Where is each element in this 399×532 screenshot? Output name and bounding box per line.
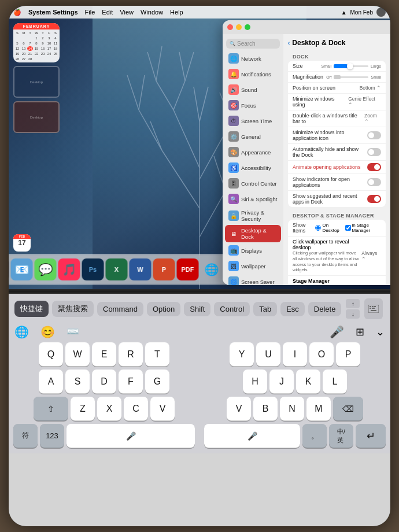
sidebar-item-controlcenter[interactable]: 🎛 Control Center <box>225 176 281 191</box>
expand-icon[interactable]: ⊞ <box>356 326 364 338</box>
click-wallpaper-row[interactable]: Click wallpaper to reveal desktop Clicki… <box>288 236 386 275</box>
back-button[interactable]: ‹ <box>288 40 290 46</box>
sidebar-item-displays[interactable]: 📺 Displays <box>225 243 281 258</box>
sidebar-item-notifications[interactable]: 🔔 Notifications <box>225 66 281 82</box>
chevron-down-icon[interactable]: ⌄ <box>376 326 385 338</box>
sidebar-item-siri[interactable]: 🔍 Siri & Spotlight <box>225 191 281 206</box>
autohide-toggle[interactable] <box>367 148 381 156</box>
key-space-left[interactable]: 🎤 <box>66 424 195 448</box>
key-return[interactable]: ↵ <box>356 424 386 448</box>
key-w[interactable]: W <box>65 342 90 367</box>
sidebar-item-privacy[interactable]: 🔒 Privacy & Security <box>225 207 281 224</box>
key-v[interactable]: V <box>150 397 175 421</box>
key-i[interactable]: I <box>283 342 307 367</box>
key-y[interactable]: Y <box>230 342 254 367</box>
dock-icon-ppt[interactable]: P <box>153 258 175 280</box>
sidebar-item-focus[interactable]: 🎯 Focus <box>225 98 281 113</box>
sidebar-item-screensaver[interactable]: 🌀 Screen Saver <box>225 274 281 285</box>
key-c[interactable]: C <box>124 397 148 421</box>
dock-icon-pdf[interactable]: PDF <box>177 258 199 280</box>
key-x[interactable]: X <box>97 397 121 421</box>
dock-icon-word[interactable]: W <box>130 258 152 280</box>
sidebar-item-accessibility[interactable]: ♿ Accessibility <box>225 160 281 175</box>
key-j[interactable]: J <box>269 370 294 394</box>
key-z[interactable]: Z <box>71 397 95 421</box>
dock-icon-excel[interactable]: X <box>106 258 128 280</box>
dock-icon-chrome[interactable]: 🌐 <box>201 258 223 280</box>
shortcut-chip-jujiao[interactable]: 聚焦搜索 <box>52 301 94 317</box>
key-b[interactable]: B <box>253 397 278 421</box>
key-m[interactable]: M <box>306 397 331 421</box>
key-s[interactable]: S <box>65 370 90 394</box>
position-row[interactable]: Position on screen Bottom ⌃ <box>288 82 386 93</box>
mic-icon-top[interactable]: 🎤 <box>330 325 344 339</box>
key-u[interactable]: U <box>256 342 280 367</box>
on-desktop-radio[interactable] <box>315 225 321 231</box>
key-fu[interactable]: 符 <box>13 424 38 448</box>
dock-icon-launchpad[interactable]: 🔲 <box>9 258 9 280</box>
dock-icon-messages[interactable]: 💬 <box>35 258 57 280</box>
calendar-widget[interactable]: FEBRUARY SMTWTFS 1234 567891011 12131415… <box>13 23 60 62</box>
minimize-row[interactable]: Minimize windows using Genie Effect ⌃ <box>288 93 386 110</box>
app-name[interactable]: System Settings <box>28 9 78 16</box>
key-space-right[interactable]: 🎤 <box>204 424 300 448</box>
sidebar-item-screentime[interactable]: ⏱ Screen Time <box>225 113 281 128</box>
key-n[interactable]: N <box>280 397 304 421</box>
shortcut-chip-delete[interactable]: Delete <box>308 302 342 316</box>
animate-toggle[interactable] <box>367 163 381 171</box>
sidebar-item-wallpaper[interactable]: 🖼 Wallpaper <box>225 258 281 274</box>
key-g[interactable]: G <box>145 370 169 394</box>
close-button[interactable] <box>227 24 233 30</box>
menu-help[interactable]: Help <box>170 9 183 16</box>
key-e[interactable]: E <box>92 342 116 367</box>
sidebar-item-sound[interactable]: 🔊 Sound <box>225 82 281 97</box>
sidebar-item-network[interactable]: 🌐 Network <box>225 51 281 66</box>
key-zh-en[interactable]: 中/英 <box>329 424 353 448</box>
apple-logo[interactable]: 🍎 <box>13 9 21 16</box>
dock-icon-mail[interactable]: 📧 <box>11 258 33 280</box>
sidebar-item-desktop-dock[interactable]: 🖥 Desktop & Dock <box>225 225 281 242</box>
key-v-right[interactable]: V <box>227 397 251 421</box>
menu-file[interactable]: File <box>85 9 95 16</box>
globe-icon[interactable]: 🌐 <box>14 325 29 339</box>
doubleclick-row[interactable]: Double-click a window's title bar to Zoo… <box>288 110 386 127</box>
menu-user-avatar[interactable] <box>376 8 386 17</box>
dock-icon-ps[interactable]: Ps <box>82 258 104 280</box>
key-delete[interactable]: ⌫ <box>333 397 363 421</box>
key-r[interactable]: R <box>119 342 143 367</box>
arrow-up-key[interactable]: ↑ <box>346 299 360 308</box>
desktop-thumbnail-2[interactable]: Desktop <box>13 101 60 133</box>
key-t[interactable]: T <box>145 342 169 367</box>
dock-icon-music[interactable]: 🎵 <box>58 258 80 280</box>
indicators-toggle[interactable] <box>367 178 381 186</box>
settings-search[interactable]: 🔍 Search <box>226 39 280 49</box>
recent-toggle[interactable] <box>367 195 381 203</box>
minimize-app-toggle[interactable] <box>367 131 381 139</box>
maximize-button[interactable] <box>245 24 250 30</box>
emoji-icon[interactable]: 😊 <box>40 325 55 339</box>
size-slider[interactable] <box>334 65 368 67</box>
key-o[interactable]: O <box>309 342 334 367</box>
key-q[interactable]: Q <box>39 342 63 367</box>
shortcut-chip-option[interactable]: Option <box>147 302 180 316</box>
shortcut-chip-command[interactable]: Command <box>97 302 143 316</box>
shortcut-chip-kuaijiejian[interactable]: 快捷键 <box>14 301 49 317</box>
in-stage-manager-check[interactable] <box>345 225 351 231</box>
key-l[interactable]: L <box>323 370 347 394</box>
shortcut-chip-control[interactable]: Control <box>214 302 250 316</box>
key-123[interactable]: 123 <box>40 424 64 448</box>
desktop-thumbnail-1[interactable]: Desktop <box>13 66 60 98</box>
key-f[interactable]: F <box>119 370 143 394</box>
menu-view[interactable]: View <box>120 9 134 16</box>
key-p[interactable]: P <box>336 342 360 367</box>
shortcut-chip-shift[interactable]: Shift <box>184 302 210 316</box>
menu-edit[interactable]: Edit <box>102 9 113 16</box>
key-d[interactable]: D <box>92 370 116 394</box>
key-a[interactable]: A <box>39 370 63 394</box>
arrow-down-key[interactable]: ↓ <box>346 309 360 319</box>
calendar-bottom-icon[interactable]: FEB 17 <box>13 234 31 252</box>
shortcut-chip-esc[interactable]: Esc <box>280 302 305 316</box>
keyboard-icon[interactable]: ⌨️ <box>66 325 79 339</box>
sidebar-item-appearance[interactable]: 🎨 Appearance <box>225 145 281 160</box>
key-shift-left[interactable]: ⇧ <box>34 397 68 421</box>
